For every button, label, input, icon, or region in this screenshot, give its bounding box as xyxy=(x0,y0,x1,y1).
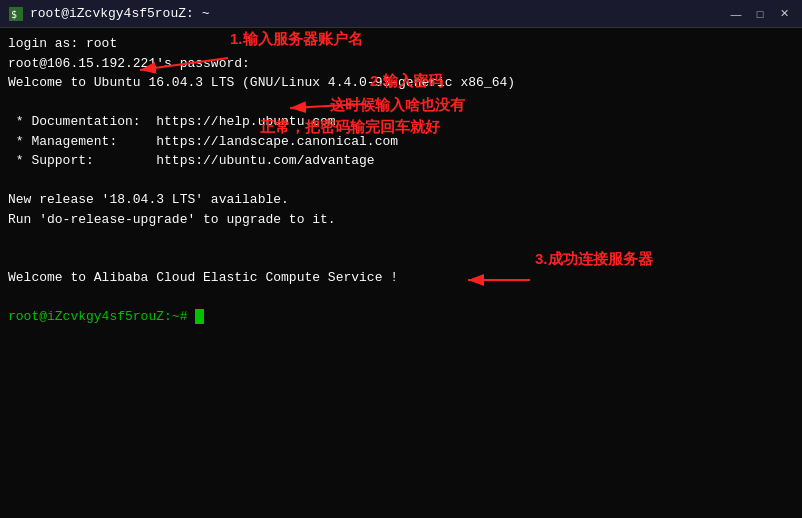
maximize-button[interactable]: □ xyxy=(750,4,770,24)
minimize-button[interactable]: — xyxy=(726,4,746,24)
svg-text:$: $ xyxy=(11,9,17,20)
app-icon: $ xyxy=(8,6,24,22)
window-title: root@iZcvkgy4sf5rouZ: ~ xyxy=(30,6,794,21)
close-button[interactable]: ✕ xyxy=(774,4,794,24)
terminal-area[interactable]: login as: root root@106.15.192.221's pas… xyxy=(0,28,802,518)
window-controls: — □ ✕ xyxy=(726,4,794,24)
terminal-output: login as: root root@106.15.192.221's pas… xyxy=(8,34,794,327)
title-bar: $ root@iZcvkgy4sf5rouZ: ~ — □ ✕ xyxy=(0,0,802,28)
